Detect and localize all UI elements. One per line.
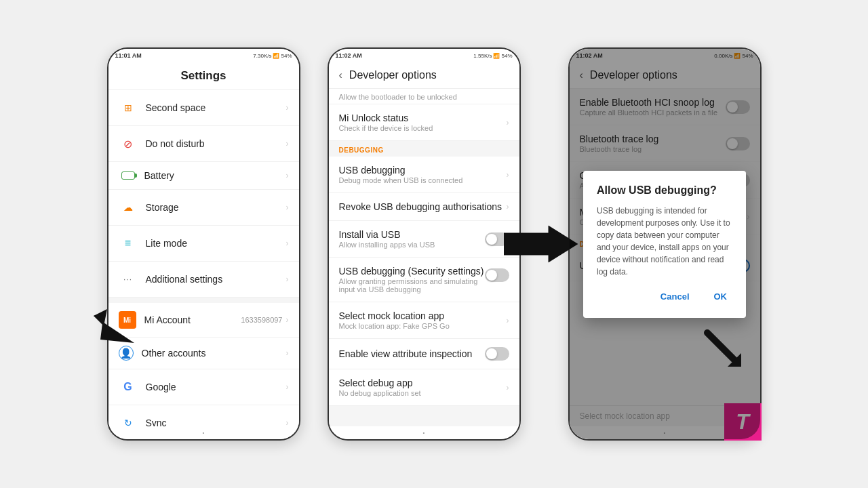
svg-line-2 — [707, 333, 734, 360]
mi-account-label: Mi Account — [144, 314, 241, 325]
storage-item[interactable]: ☁ Storage › — [108, 190, 299, 226]
do-not-disturb-icon: ⊘ — [119, 134, 138, 153]
view-attribute-toggle-2[interactable] — [485, 347, 509, 361]
view-attribute-item-2[interactable]: Enable view attribute inspection — [329, 339, 519, 369]
dialog-cancel-button[interactable]: Cancel — [655, 289, 695, 304]
bottom-nav-1: • — [108, 426, 299, 439]
mi-account-badge: 1633598097 — [241, 316, 282, 324]
usb-debugging-sublabel-2: Debug mode when USB is connected — [339, 176, 507, 184]
do-not-disturb-item[interactable]: ⊘ Do not disturb › — [108, 126, 299, 162]
usb-debugging-label-2: USB debugging — [339, 165, 507, 176]
debug-app-label-2: Select debug app — [339, 378, 507, 388]
revoke-usb-text-2: Revoke USB debugging authorisations — [339, 201, 507, 212]
title-bar-2: ‹ Developer options — [329, 62, 519, 89]
mi-account-chevron: › — [286, 315, 289, 325]
lite-mode-text: Lite mode — [146, 238, 286, 249]
back-arrow-2[interactable]: ‹ — [339, 69, 342, 81]
sync-chevron: › — [286, 418, 289, 426]
debug-app-sublabel-2: No debug application set — [339, 389, 507, 397]
developer-options-title-2: Developer options — [349, 69, 437, 81]
top-note-2: Allow the bootloader to be unlocked — [329, 89, 519, 104]
sync-icon: ↻ — [119, 413, 138, 426]
google-item[interactable]: G Google › — [108, 369, 299, 405]
install-usb-sublabel-2: Allow installing apps via USB — [339, 241, 485, 249]
battery-icon — [121, 171, 135, 180]
additional-settings-text: Additional settings — [146, 274, 286, 285]
view-attribute-text-2: Enable view attribute inspection — [339, 348, 485, 359]
dialog-overlay: Allow USB debugging? USB debugging is in… — [570, 49, 760, 439]
other-accounts-text: Other accounts — [142, 348, 286, 359]
second-space-icon: ⊞ — [119, 98, 138, 117]
second-space-label: Second space — [146, 102, 286, 113]
additional-settings-label: Additional settings — [146, 274, 286, 285]
mi-unlock-sublabel-2: Check if the device is locked — [339, 124, 507, 132]
status-bar-1: 11:01 AM 7.30K/s 📶 54% — [108, 49, 299, 62]
additional-settings-item[interactable]: ··· Additional settings › — [108, 262, 299, 298]
diagonal-arrow — [704, 329, 745, 373]
battery-2: 54% — [501, 53, 512, 59]
storage-label: Storage — [146, 202, 286, 213]
debug-app-item-2[interactable]: Select debug app No debug application se… — [329, 369, 519, 406]
settings-content: ⊞ Second space › ⊘ Do not disturb › — [108, 90, 299, 426]
usb-security-label-2: USB debugging (Security settings) — [339, 266, 485, 277]
google-text: Google — [146, 382, 286, 392]
dialog-body: USB debugging is intended for developmen… — [597, 205, 732, 278]
install-usb-item-2[interactable]: Install via USB Allow installing apps vi… — [329, 221, 519, 258]
mock-location-item-2[interactable]: Select mock location app Mock location a… — [329, 302, 519, 339]
lite-mode-icon: ≡ — [119, 234, 138, 253]
additional-settings-chevron: › — [286, 274, 289, 284]
bottom-nav-2: • — [329, 426, 519, 439]
settings-title: Settings — [119, 69, 289, 83]
mi-account-text: Mi Account — [144, 314, 241, 325]
usb-security-sublabel-2: Allow granting permissions and simulatin… — [339, 277, 485, 293]
second-space-item[interactable]: ⊞ Second space › — [108, 90, 299, 126]
phone-3: 11:02 AM 0.00K/s 📶 54% ‹ Developer optio… — [568, 47, 762, 441]
title-bar-1: Settings — [108, 62, 299, 90]
storage-text: Storage — [146, 202, 286, 213]
sync-item[interactable]: ↻ Sync › — [108, 405, 299, 426]
mi-unlock-label-2: Mi Unlock status — [339, 113, 507, 123]
speed-1: 7.30K/s — [253, 53, 271, 59]
battery-label: Battery — [144, 170, 286, 181]
dev-options-content-2: Allow the bootloader to be unlocked Mi U… — [329, 89, 519, 426]
dialog-buttons: Cancel OK — [597, 289, 732, 304]
lite-mode-chevron: › — [286, 239, 289, 248]
install-usb-label-2: Install via USB — [339, 229, 485, 240]
do-not-disturb-text: Do not disturb — [146, 138, 286, 149]
usb-security-item-2[interactable]: USB debugging (Security settings) Allow … — [329, 258, 519, 302]
mock-location-sublabel-2: Mock location app: Fake GPS Go — [339, 322, 507, 330]
install-usb-text-2: Install via USB Allow installing apps vi… — [339, 229, 485, 249]
mi-unlock-item-2[interactable]: Mi Unlock status Check if the device is … — [329, 104, 519, 141]
svg-marker-1 — [94, 309, 107, 326]
do-not-disturb-chevron: › — [286, 139, 289, 148]
lite-mode-item[interactable]: ≡ Lite mode › — [108, 226, 299, 262]
time-2: 11:02 AM — [336, 52, 362, 59]
mock-location-label-2: Select mock location app — [339, 310, 507, 321]
status-icons-2: 1.55K/s 📶 54% — [473, 53, 512, 59]
dialog-ok-button[interactable]: OK — [709, 289, 733, 304]
usb-security-toggle-2[interactable] — [485, 268, 509, 282]
battery-1: 54% — [281, 53, 292, 59]
second-space-chevron: › — [286, 103, 289, 113]
usb-debugging-chevron-2: › — [507, 170, 509, 180]
debug-app-text-2: Select debug app No debug application se… — [339, 378, 507, 397]
speed-2: 1.55K/s — [473, 53, 492, 59]
sync-text: Sync — [146, 418, 286, 426]
debug-app-chevron-2: › — [507, 383, 509, 392]
google-chevron: › — [286, 382, 289, 392]
other-accounts-label: Other accounts — [142, 348, 286, 359]
status-bar-2: 11:02 AM 1.55K/s 📶 54% — [329, 49, 519, 62]
usb-debugging-text-2: USB debugging Debug mode when USB is con… — [339, 165, 507, 184]
settings-list: ⊞ Second space › ⊘ Do not disturb › — [108, 90, 299, 426]
lite-mode-label: Lite mode — [146, 238, 286, 249]
usb-debugging-item-2[interactable]: USB debugging Debug mode when USB is con… — [329, 157, 519, 193]
phone-1: 11:01 AM 7.30K/s 📶 54% Settings ⊞ — [107, 47, 300, 441]
revoke-usb-item-2[interactable]: Revoke USB debugging authorisations › — [329, 193, 519, 221]
sync-label: Sync — [146, 418, 286, 426]
view-attribute-label-2: Enable view attribute inspection — [339, 348, 485, 359]
other-accounts-chevron: › — [286, 348, 289, 358]
time-1: 11:01 AM — [115, 52, 142, 59]
battery-item[interactable]: Battery › — [108, 162, 299, 190]
wifi-icon-2: 📶 — [493, 53, 500, 59]
mi-unlock-text-2: Mi Unlock status Check if the device is … — [339, 113, 507, 132]
